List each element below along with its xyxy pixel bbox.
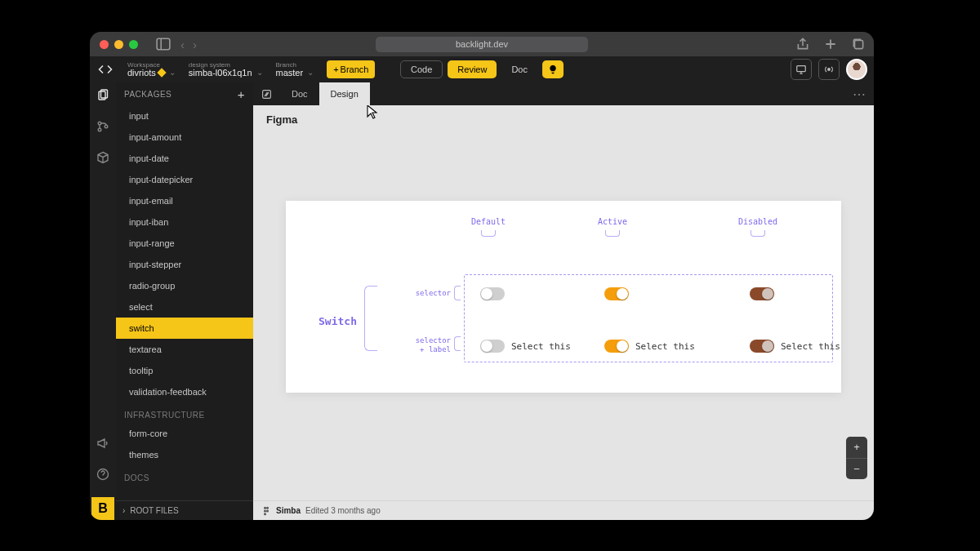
- sidebar-item-input-range[interactable]: input-range: [116, 233, 253, 254]
- zoom-in-button[interactable]: +: [846, 437, 867, 459]
- brace-icon: [454, 286, 461, 300]
- svg-rect-0: [157, 38, 170, 50]
- figma-icon: [261, 506, 271, 516]
- plus-icon: +: [333, 64, 338, 74]
- design-system-value: simba-l06x1q1n: [189, 69, 252, 78]
- branch-value: master: [276, 69, 304, 78]
- svg-point-12: [264, 506, 266, 509]
- sidebar-item-input-amount[interactable]: input-amount: [116, 127, 253, 148]
- sidebar-header: PACKAGES +: [116, 82, 253, 105]
- workspace-badge-icon: [157, 68, 166, 77]
- git-rail-icon[interactable]: [95, 118, 111, 135]
- window-close-icon[interactable]: [100, 40, 109, 49]
- svg-point-7: [98, 122, 101, 125]
- window-min-icon[interactable]: [114, 40, 123, 49]
- sidebar-section-infra: INFRASTRUCTURE: [116, 402, 253, 423]
- brace-icon: [605, 230, 623, 240]
- canvas-footer: Simba Edited 3 months ago: [253, 500, 874, 520]
- packages-rail-icon[interactable]: [95, 87, 111, 104]
- desktop-preview-icon[interactable]: [791, 59, 812, 80]
- user-avatar[interactable]: [846, 59, 867, 80]
- root-files-row[interactable]: › ROOT FILES: [116, 500, 253, 520]
- nav-back-icon[interactable]: ‹: [180, 38, 185, 51]
- review-tab[interactable]: Review: [448, 60, 497, 78]
- sidebar-item-radio-group[interactable]: radio-group: [116, 275, 253, 296]
- window-max-icon[interactable]: [129, 40, 138, 49]
- footer-meta: Edited 3 months ago: [305, 506, 381, 515]
- icon-rail: B: [90, 82, 116, 520]
- titlebar-right-icons: [795, 37, 866, 51]
- brand-logo[interactable]: B: [91, 497, 114, 520]
- lightbulb-button[interactable]: [542, 60, 564, 78]
- tab-doc[interactable]: Doc: [280, 82, 319, 105]
- share-icon[interactable]: [795, 37, 810, 51]
- content-area: Doc Design ⋯ Figma Default Active Disabl…: [253, 82, 874, 520]
- sidebar-list: inputinput-amountinput-dateinput-datepic…: [116, 105, 253, 402]
- cube-rail-icon[interactable]: [95, 149, 111, 166]
- sidebar-item-input-iban[interactable]: input-iban: [116, 211, 253, 233]
- row2-label: selector+ label: [408, 336, 451, 354]
- component-label: Switch: [318, 315, 357, 327]
- url-bar[interactable]: backlight.dev: [376, 37, 588, 52]
- sidebar-section-docs: DOCS: [116, 465, 253, 486]
- switch-active-labeled[interactable]: [604, 340, 629, 353]
- switch-default-labeled[interactable]: [480, 340, 505, 353]
- workspace-crumb[interactable]: Workspace divriots ⌄: [127, 62, 176, 78]
- code-tab[interactable]: Code: [400, 60, 443, 78]
- branch-crumb[interactable]: Branch master ⌄: [276, 62, 314, 78]
- tab-design[interactable]: Design: [319, 82, 370, 105]
- sidebar-item-input-email[interactable]: input-email: [116, 190, 253, 211]
- switch-label: Select this: [781, 341, 840, 352]
- cursor-icon: [365, 105, 381, 120]
- sidebar-item-validation-feedback[interactable]: validation-feedback: [116, 381, 253, 402]
- col-default: Default: [464, 217, 513, 226]
- zoom-out-button[interactable]: −: [846, 459, 867, 480]
- col-active: Active: [588, 217, 637, 226]
- switch-label: Select this: [635, 341, 695, 352]
- sidebar-item-switch[interactable]: switch: [116, 318, 253, 339]
- design-system-crumb[interactable]: design system simba-l06x1q1n ⌄: [189, 62, 263, 78]
- sidebar-item-tooltip[interactable]: tooltip: [116, 360, 253, 381]
- switch-active[interactable]: [604, 287, 629, 300]
- tabs-icon[interactable]: [851, 37, 866, 51]
- chevron-down-icon: ⌄: [256, 69, 263, 77]
- switch-disabled-labeled: [750, 340, 774, 353]
- sidebar-item-input-stepper[interactable]: input-stepper: [116, 254, 253, 275]
- add-package-icon[interactable]: +: [238, 87, 245, 101]
- svg-point-15: [266, 509, 269, 512]
- chevron-down-icon: ⌄: [169, 69, 176, 77]
- svg-rect-2: [855, 41, 863, 49]
- help-rail-icon[interactable]: [95, 466, 111, 482]
- switch-default[interactable]: [480, 287, 505, 300]
- sidebar-item-textarea[interactable]: textarea: [116, 339, 253, 360]
- nav-fwd-icon[interactable]: ›: [193, 38, 197, 51]
- design-canvas[interactable]: Figma Default Active Disabled Switch: [253, 105, 874, 500]
- sidebar-item-input-datepicker[interactable]: input-datepicker: [116, 169, 253, 190]
- doc-tab[interactable]: Doc: [501, 60, 537, 78]
- brace-icon: [751, 230, 768, 240]
- broadcast-icon[interactable]: [818, 59, 840, 80]
- sidebar-item-form-core[interactable]: form-core: [116, 423, 253, 444]
- chevron-right-icon: ›: [122, 506, 125, 515]
- row1-label: selector: [408, 289, 451, 298]
- new-tab-icon[interactable]: [823, 37, 838, 51]
- canvas-title: Figma: [266, 113, 297, 126]
- sidebar-toggle-icon[interactable]: [156, 37, 171, 51]
- sidebar-item-themes[interactable]: themes: [116, 444, 253, 465]
- tab-more-icon[interactable]: ⋯: [853, 82, 866, 105]
- new-branch-button[interactable]: + Branch: [327, 60, 375, 78]
- app-window: ‹ › backlight.dev Workspace divriots: [90, 32, 874, 520]
- announce-rail-icon[interactable]: [95, 435, 111, 451]
- sidebar-item-input-date[interactable]: input-date: [116, 148, 253, 169]
- switch-disabled: [750, 287, 774, 300]
- footer-name: Simba: [276, 506, 301, 515]
- code-icon[interactable]: [96, 60, 114, 78]
- svg-point-13: [266, 506, 269, 509]
- brace-icon: [364, 286, 377, 351]
- tab-link-icon[interactable]: [253, 82, 280, 105]
- svg-point-8: [98, 128, 101, 131]
- sidebar-item-select[interactable]: select: [116, 296, 253, 318]
- sidebar-item-input[interactable]: input: [116, 105, 253, 127]
- brace-icon: [481, 230, 499, 240]
- new-branch-label: Branch: [341, 64, 369, 74]
